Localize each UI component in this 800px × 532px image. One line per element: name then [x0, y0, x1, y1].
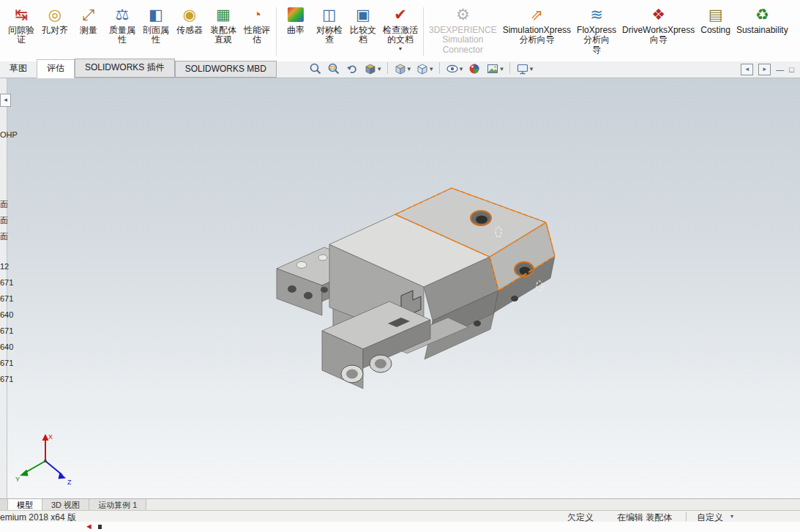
ribbon-button-measure[interactable]: ⤢ 测量	[72, 4, 105, 61]
ribbon-button-check-active-document[interactable]: ✔ 检查激活 的文档 ▼	[380, 4, 421, 61]
ribbon-button-label: 装配体 直观	[210, 26, 236, 45]
assembly-visualization-icon: ▦	[216, 5, 231, 24]
ribbon-button-label: Costing	[700, 26, 730, 35]
minimize-icon[interactable]: —	[776, 64, 784, 75]
ribbon-button-floxpress[interactable]: ≋ FloXpress 分析向 导	[574, 4, 619, 61]
ribbon-button-label: 对称检 查	[316, 26, 343, 45]
status-bar: emium 2018 x64 版 欠定义 在编辑 装配体 自定义 ▾	[0, 510, 800, 522]
tab-solidworks-addins[interactable]: SOLIDWORKS 插件	[75, 59, 175, 78]
magnifier-area-icon	[327, 62, 340, 75]
apply-scene-button[interactable]: ▾	[485, 61, 505, 76]
appearance-ball-icon	[468, 62, 481, 75]
triad-z-label: Z	[67, 479, 72, 486]
symmetry-check-icon: ◫	[322, 5, 337, 24]
dropdown-caret-icon[interactable]: ▾	[500, 65, 504, 72]
dropdown-caret-icon[interactable]: ▾	[378, 65, 381, 72]
ribbon-button-sustainability[interactable]: ♻ Sustainability	[733, 4, 791, 61]
ribbon-button-label: SimulationXpress 分析向导	[503, 26, 571, 45]
ribbon-button-label: 比较文 档	[350, 26, 376, 45]
marker-fragment	[98, 525, 102, 529]
ribbon-button-label: DriveWorksXpress 向导	[622, 26, 695, 45]
pane-controls: ◂ ▸ — □	[741, 64, 794, 75]
ribbon-button-label: Sustainability	[736, 26, 788, 35]
floxpress-icon: ≋	[590, 5, 603, 24]
dropdown-caret-icon[interactable]: ▾	[430, 65, 433, 72]
ribbon-button-label: 孔对齐	[42, 26, 68, 35]
compare-documents-icon: ▣	[356, 5, 370, 24]
simulationxpress-icon: ⇗	[531, 5, 544, 24]
coordinate-triad: X Y Z	[15, 433, 72, 486]
ribbon-button-performance-evaluation[interactable]: ◔ 性能评 估	[240, 4, 274, 61]
heads-up-view-toolbar: ▾ ▾ ▾ ▾	[307, 61, 534, 76]
dropdown-caret-icon[interactable]: ▾	[460, 65, 463, 72]
display-style-button[interactable]: ▾	[414, 61, 435, 76]
costing-icon: ▤	[709, 5, 723, 24]
ribbon-button-label: 检查激活 的文档	[383, 26, 418, 45]
ribbon-button-simulationxpress[interactable]: ⇗ SimulationXpress 分析向导	[500, 4, 574, 61]
dropdown-caret-icon[interactable]: ▾	[530, 65, 534, 72]
ribbon-button-hole-alignment[interactable]: ◎ 孔对齐	[38, 4, 72, 61]
bottom-edge-strip: ◄	[0, 522, 800, 532]
ribbon-button-label: 质量属 性	[109, 26, 135, 45]
ribbon-separator	[423, 7, 424, 56]
ribbon-button-section-properties[interactable]: ◧ 剖面属 性	[139, 4, 173, 61]
model-canvas[interactable]: X Y Z	[0, 78, 800, 498]
hole	[304, 292, 313, 299]
mass-properties-icon: ⚖	[116, 5, 130, 24]
dropdown-caret-icon[interactable]: ▾	[730, 513, 733, 520]
dropdown-caret-icon[interactable]: ▾	[408, 65, 411, 72]
view-orientation-button[interactable]: ▾	[392, 61, 413, 76]
hide-show-items-button[interactable]: ▾	[444, 61, 465, 76]
driveworksxpress-icon: ❖	[651, 5, 665, 24]
tab-3d-views[interactable]: 3D 视图	[42, 499, 89, 510]
previous-view-button[interactable]	[344, 61, 360, 76]
tab-evaluate[interactable]: 评估	[37, 59, 75, 78]
hole	[318, 255, 327, 261]
view-settings-button[interactable]: ▾	[515, 61, 535, 76]
graphics-viewport[interactable]: ◂ OHP 面 面 面 12 671 671 640 671 640 671 6…	[0, 78, 800, 498]
monitor-icon	[516, 62, 529, 75]
ribbon-button-curvature[interactable]: 曲率	[279, 4, 313, 61]
ribbon-button-assembly-visualization[interactable]: ▦ 装配体 直观	[206, 4, 240, 61]
ribbon-button-symmetry-check[interactable]: ◫ 对称检 查	[313, 4, 346, 61]
pane-next-button[interactable]: ▸	[758, 64, 771, 75]
counterbore-hole-inner	[520, 267, 531, 275]
section-view-icon	[364, 62, 377, 75]
tab-solidworks-mbd[interactable]: SOLIDWORKS MBD	[175, 61, 277, 78]
hole	[321, 287, 328, 293]
ribbon-button-sensor[interactable]: ◉ 传感器	[173, 4, 206, 61]
dropdown-caret-icon[interactable]: ▼	[398, 46, 403, 51]
command-manager-tab-row: 草图 评估 SOLIDWORKS 插件 SOLIDWORKS MBD	[0, 61, 800, 78]
section-view-button[interactable]: ▾	[362, 61, 383, 76]
ribbon-button-label: 测量	[80, 26, 97, 35]
hole	[296, 262, 307, 269]
section-properties-icon: ◧	[149, 5, 163, 24]
ribbon-button-clearance-verification[interactable]: ↹ 间隙验 证	[4, 4, 38, 61]
curvature-icon	[288, 7, 304, 22]
view-cube-icon	[394, 62, 407, 75]
zoom-to-area-button[interactable]	[326, 61, 342, 76]
tab-motion-study-1[interactable]: 运动算例 1	[89, 499, 146, 510]
ribbon-button-driveworksxpress[interactable]: ❖ DriveWorksXpress 向导	[619, 4, 698, 61]
triad-x-label: X	[48, 433, 53, 441]
red-arrow-marker: ◄	[85, 522, 93, 531]
ribbon-button-compare-documents[interactable]: ▣ 比较文 档	[346, 4, 380, 61]
ribbon-button-costing[interactable]: ▤ Costing	[698, 4, 733, 61]
assembly-model[interactable]	[277, 188, 555, 389]
edit-appearance-button[interactable]	[466, 61, 482, 76]
screw	[474, 321, 481, 326]
magnifier-icon	[309, 62, 322, 75]
tab-sketch[interactable]: 草图	[0, 60, 37, 78]
measure-icon: ⤢	[83, 5, 95, 24]
pane-previous-button[interactable]: ◂	[741, 64, 753, 75]
ribbon-button-label: 曲率	[287, 26, 304, 35]
clearance-verification-icon: ↹	[15, 5, 28, 24]
sustainability-icon: ♻	[755, 5, 769, 24]
ribbon-button-mass-properties[interactable]: ⚖ 质量属 性	[105, 4, 139, 61]
restore-icon[interactable]: □	[789, 64, 794, 75]
tab-model[interactable]: 模型	[8, 499, 42, 510]
ribbon-separator	[276, 7, 277, 56]
ribbon-button-label: FloXpress 分析向 导	[577, 26, 616, 55]
document-tab-bar: 模型 3D 视图 运动算例 1	[0, 498, 800, 510]
zoom-to-fit-button[interactable]	[307, 61, 324, 76]
